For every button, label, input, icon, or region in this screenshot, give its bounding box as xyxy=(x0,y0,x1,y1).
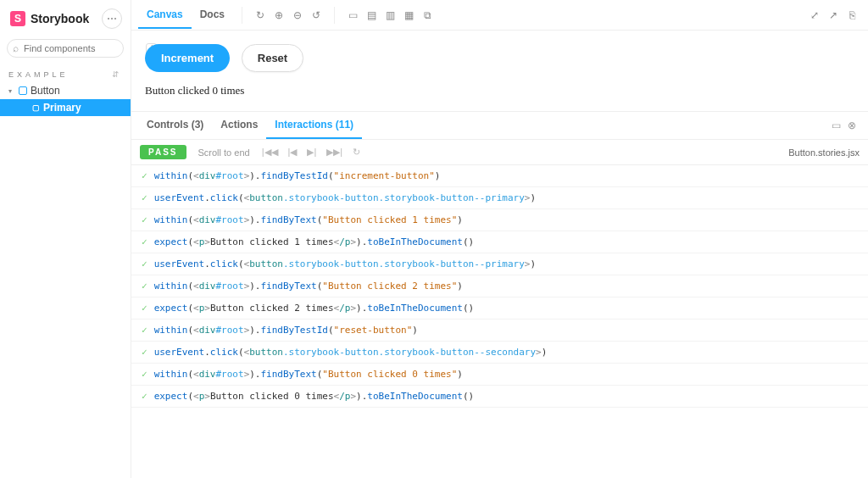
sidebar-section-header[interactable]: EXAMPLE ⇵ xyxy=(0,63,131,82)
tab-docs[interactable]: Docs xyxy=(192,2,233,29)
story-file-label: Button.stories.jsx xyxy=(788,147,860,158)
toolbar-action-2-icon[interactable]: ⎘ xyxy=(843,6,861,25)
toolbar-layout-1-icon[interactable]: ▤ xyxy=(362,6,381,25)
interaction-code: userEvent.click(<button.storybook-button… xyxy=(154,347,548,358)
story-icon: ▢ xyxy=(32,103,40,112)
addon-tab-controls-[interactable]: Controls (3) xyxy=(138,112,212,139)
playback-control-2-icon[interactable]: ▶| xyxy=(307,147,316,158)
sidebar: S Storybook ⋯ ⌕ / EXAMPLE ⇵ ▾Button▢Prim… xyxy=(0,0,131,478)
check-icon: ✓ xyxy=(142,236,147,247)
main-area: CanvasDocs ↻⊕⊖↺ ▭▤▥▦⧉ ⤢↗⎘ Increment Rese… xyxy=(131,0,868,478)
interaction-code: within(<div#root>).findByText("Button cl… xyxy=(154,281,463,292)
interaction-code: userEvent.click(<button.storybook-button… xyxy=(154,192,536,203)
interaction-code: expect(<p>Button clicked 2 times</p>).to… xyxy=(154,303,475,314)
playback-control-3-icon[interactable]: ▶▶| xyxy=(326,147,342,158)
interaction-code: within(<div#root>).findByText("Button cl… xyxy=(154,369,463,380)
scroll-to-end-button[interactable]: Scroll to end xyxy=(198,147,250,158)
interactions-toolbar: PASS Scroll to end |◀◀|◀▶|▶▶|↻ Button.st… xyxy=(131,140,868,165)
toolbar-layout-0-icon[interactable]: ▭ xyxy=(343,6,362,25)
canvas: Increment Reset Button clicked 0 times xyxy=(131,31,868,111)
interaction-row[interactable]: ✓userEvent.click(<button.storybook-butto… xyxy=(131,342,868,364)
toolbar-action-1-icon[interactable]: ↗ xyxy=(824,6,843,25)
check-icon: ✓ xyxy=(142,214,147,225)
storybook-logo-icon: S xyxy=(10,11,25,26)
sidebar-header: S Storybook ⋯ xyxy=(0,0,131,36)
addon-tab-actions[interactable]: Actions xyxy=(212,112,266,139)
sidebar-story-primary[interactable]: ▢Primary xyxy=(0,99,131,116)
addon-tab-interactions-[interactable]: Interactions (11) xyxy=(266,112,362,139)
interaction-code: expect(<p>Button clicked 1 times</p>).to… xyxy=(154,236,475,247)
addon-panel-icon-1[interactable]: ⊗ xyxy=(848,119,856,131)
increment-button[interactable]: Increment xyxy=(145,44,230,72)
toolbar-layout-3-icon[interactable]: ▦ xyxy=(399,6,418,25)
check-icon: ✓ xyxy=(142,258,147,270)
interaction-code: userEvent.click(<button.storybook-button… xyxy=(154,258,536,270)
interaction-row[interactable]: ✓expect(<p>Button clicked 1 times</p>).t… xyxy=(131,231,868,253)
addon-panel-icon-0[interactable]: ▭ xyxy=(832,119,841,131)
collapse-icon[interactable]: ⇵ xyxy=(112,69,122,79)
interaction-row[interactable]: ✓within(<div#root>).findByTestId("reset-… xyxy=(131,320,868,342)
interaction-row[interactable]: ✓within(<div#root>).findByText("Button c… xyxy=(131,209,868,231)
toolbar-layout-2-icon[interactable]: ▥ xyxy=(381,6,399,25)
check-icon: ✓ xyxy=(142,303,147,314)
toolbar-tool-0-icon[interactable]: ↻ xyxy=(251,6,270,25)
app-title: Storybook xyxy=(31,12,97,25)
check-icon: ✓ xyxy=(142,325,147,336)
interaction-row[interactable]: ✓within(<div#root>).findByText("Button c… xyxy=(131,364,868,386)
interaction-row[interactable]: ✓expect(<p>Button clicked 2 times</p>).t… xyxy=(131,297,868,320)
component-icon xyxy=(19,86,27,95)
search-input[interactable] xyxy=(24,43,141,53)
chevron-down-icon: ▾ xyxy=(8,87,15,95)
check-icon: ✓ xyxy=(142,391,147,402)
toolbar-tool-1-icon[interactable]: ⊕ xyxy=(270,6,288,25)
check-icon: ✓ xyxy=(142,347,147,358)
toolbar-tabs: CanvasDocs xyxy=(138,2,233,29)
interaction-code: within(<div#root>).findByTestId("reset-b… xyxy=(154,325,418,336)
check-icon: ✓ xyxy=(142,369,147,380)
playback-control-4-icon[interactable]: ↻ xyxy=(353,147,360,158)
tree-item-label: Button xyxy=(31,85,60,97)
interaction-row[interactable]: ✓within(<div#root>).findByText("Button c… xyxy=(131,275,868,297)
interaction-row[interactable]: ✓userEvent.click(<button.storybook-butto… xyxy=(131,187,868,209)
search-icon: ⌕ xyxy=(13,42,19,54)
interaction-code: within(<div#root>).findByText("Button cl… xyxy=(154,214,463,225)
status-badge: PASS xyxy=(140,145,186,159)
interaction-code: expect(<p>Button clicked 0 times</p>).to… xyxy=(154,391,475,402)
click-count-text: Button clicked 0 times xyxy=(145,84,854,97)
sidebar-tree: ▾Button▢Primary xyxy=(0,82,131,116)
sidebar-component-button[interactable]: ▾Button xyxy=(0,82,131,99)
playback-control-1-icon[interactable]: |◀ xyxy=(288,147,298,158)
toolbar-action-0-icon[interactable]: ⤢ xyxy=(805,6,824,25)
interaction-row[interactable]: ✓within(<div#root>).findByTestId("increm… xyxy=(131,165,868,187)
toolbar-tool-3-icon[interactable]: ↺ xyxy=(307,6,326,25)
toolbar-tool-2-icon[interactable]: ⊖ xyxy=(288,6,307,25)
interaction-row[interactable]: ✓userEvent.click(<button.storybook-butto… xyxy=(131,253,868,275)
check-icon: ✓ xyxy=(142,192,147,203)
tab-canvas[interactable]: Canvas xyxy=(138,2,192,29)
interactions-log: ✓within(<div#root>).findByTestId("increm… xyxy=(131,165,868,478)
playback-controls: |◀◀|◀▶|▶▶|↻ xyxy=(262,147,360,158)
interaction-code: within(<div#root>).findByTestId("increme… xyxy=(154,170,441,181)
interaction-row[interactable]: ✓expect(<p>Button clicked 0 times</p>).t… xyxy=(131,386,868,408)
playback-control-0-icon[interactable]: |◀◀ xyxy=(262,147,278,158)
addon-panel: Controls (3)ActionsInteractions (11) ▭⊗ … xyxy=(131,111,868,478)
search-box[interactable]: ⌕ / xyxy=(7,39,124,58)
sidebar-menu-button[interactable]: ⋯ xyxy=(102,8,122,29)
addon-tabs: Controls (3)ActionsInteractions (11) ▭⊗ xyxy=(131,112,868,140)
section-label: EXAMPLE xyxy=(8,70,69,79)
toolbar-layout-4-icon[interactable]: ⧉ xyxy=(418,6,437,25)
reset-button[interactable]: Reset xyxy=(242,44,303,72)
check-icon: ✓ xyxy=(142,281,147,292)
toolbar: CanvasDocs ↻⊕⊖↺ ▭▤▥▦⧉ ⤢↗⎘ xyxy=(131,0,868,31)
check-icon: ✓ xyxy=(142,170,147,181)
tree-item-label: Primary xyxy=(43,102,81,114)
